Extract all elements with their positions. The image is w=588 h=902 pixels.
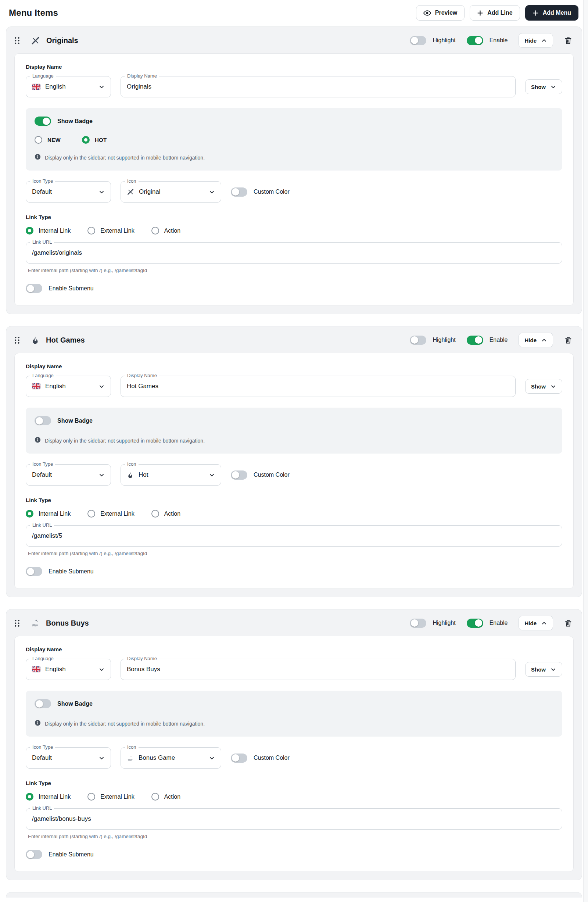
card-title: Bonus Buys [46,619,89,628]
display-name-section-label: Display Name [26,363,562,370]
show-button[interactable]: Show [525,379,562,394]
show-badge-toggle[interactable]: Show Badge [34,699,92,708]
add-menu-button[interactable]: Add Menu [525,5,579,20]
toggle-track [231,753,247,763]
drag-handle-icon[interactable] [14,336,20,344]
icon-value: Hot [139,471,148,479]
radio-action[interactable]: Action [152,793,180,800]
icon-type-value: Default [32,754,52,762]
drag-handle-icon[interactable] [14,37,20,44]
radio-action[interactable]: Action [152,227,180,235]
bonus-hand-icon [31,619,40,628]
highlight-toggle[interactable]: Highlight [410,619,455,628]
card-body: Display Name Language English Display Na… [14,636,574,872]
card-title: Hot Games [46,336,85,345]
menu-item-card-hot-games: Hot Games Highlight Enable Hide Disp [6,326,582,597]
chevron-up-icon [541,620,547,626]
flame-icon [127,471,134,479]
toggle-track [410,36,426,45]
card-body: Display Name Language English Display Na… [14,53,574,306]
language-select[interactable]: Language English [26,376,111,397]
link-url-helper: Enter internal path (starting with /) e.… [28,268,562,273]
enable-submenu-toggle[interactable]: Enable Submenu [26,850,94,859]
link-url-input[interactable] [32,249,556,257]
enable-submenu-toggle[interactable]: Enable Submenu [26,567,94,576]
card-header: Bonus Buys Highlight Enable Hide [6,609,582,636]
radio-internal-link[interactable]: Internal Link [26,793,70,800]
icon-select[interactable]: Icon Bonus Game [120,747,221,769]
custom-color-toggle[interactable]: Custom Color [231,753,289,763]
icon-select[interactable]: Icon Original [120,181,221,202]
chevron-down-icon [99,189,105,195]
hide-button[interactable]: Hide [519,615,553,630]
show-badge-toggle[interactable]: Show Badge [34,116,92,126]
add-line-button[interactable]: Add Line [470,5,520,20]
language-select[interactable]: Language English [26,76,111,97]
badge-radio-new[interactable]: NEW [34,136,61,144]
display-name-section-label: Display Name [26,64,562,70]
radio-internal-link[interactable]: Internal Link [26,227,70,235]
card-title: Originals [46,36,78,45]
highlight-toggle[interactable]: Highlight [410,36,455,45]
card-header: Originals Highlight Enable Hide [6,27,582,53]
toggle-track [410,335,426,345]
display-name-field: Display Name [120,659,516,680]
trash-icon[interactable] [564,619,572,627]
display-name-input[interactable] [127,383,509,390]
badge-radio-hot[interactable]: HOT [82,136,107,144]
show-button[interactable]: Show [525,662,562,676]
card-body: Display Name Language English Display Na… [14,353,574,589]
highlight-toggle[interactable]: Highlight [410,335,455,345]
badge-panel: Show Badge Display only in the sidebar; … [26,408,562,454]
chevron-down-icon [99,84,105,90]
display-name-input[interactable] [127,666,509,673]
radio-action[interactable]: Action [152,510,180,518]
custom-color-toggle[interactable]: Custom Color [231,470,289,480]
icon-type-select[interactable]: Icon Type Default [26,181,111,202]
originals-cross-icon [31,36,40,45]
chevron-down-icon [99,666,105,673]
preview-button[interactable]: Preview [416,5,464,20]
radio-external-link[interactable]: External Link [88,510,134,518]
menu-item-card-originals: Originals Highlight Enable Hide Disp [6,27,582,314]
toggle-track [26,284,42,293]
show-button[interactable]: Show [525,79,562,94]
radio-external-link[interactable]: External Link [88,793,134,800]
radio-internal-link[interactable]: Internal Link [26,510,70,518]
display-name-input[interactable] [127,83,509,91]
uk-flag-icon [32,84,41,90]
drag-handle-icon[interactable] [14,619,20,627]
link-url-input[interactable] [32,532,556,540]
trash-icon[interactable] [564,36,572,44]
chevron-down-icon [209,472,215,478]
icon-select[interactable]: Icon Hot [120,464,221,485]
enable-toggle[interactable]: Enable [467,619,508,628]
radio-external-link[interactable]: External Link [88,227,134,235]
toggle-track [34,116,51,126]
link-url-field: Link URL [26,242,562,263]
badge-panel: Show Badge NEW HOT Display only in the s… [26,108,562,171]
enable-submenu-toggle[interactable]: Enable Submenu [26,284,94,293]
custom-color-toggle[interactable]: Custom Color [231,188,289,197]
chevron-down-icon [99,755,105,761]
language-select[interactable]: Language English [26,659,111,680]
trash-icon[interactable] [564,336,572,344]
chevron-up-icon [541,337,547,343]
icon-type-select[interactable]: Icon Type Default [26,747,111,769]
flame-icon [31,335,40,345]
show-badge-toggle[interactable]: Show Badge [34,416,92,425]
link-url-helper: Enter internal path (starting with /) e.… [28,834,562,839]
toolbar: Preview Add Line Add Menu [416,5,579,20]
link-type-label: Link Type [26,780,562,786]
link-url-input[interactable] [32,815,556,823]
hide-button[interactable]: Hide [519,33,553,48]
plus-icon [533,10,539,16]
chevron-up-icon [541,38,547,44]
icon-type-select[interactable]: Icon Type Default [26,464,111,485]
enable-toggle[interactable]: Enable [467,335,508,345]
hide-button[interactable]: Hide [519,333,553,348]
page-scrollbar[interactable] [583,0,588,902]
enable-toggle[interactable]: Enable [467,36,508,45]
toggle-track [467,36,483,45]
bonus-hand-icon [127,755,134,762]
